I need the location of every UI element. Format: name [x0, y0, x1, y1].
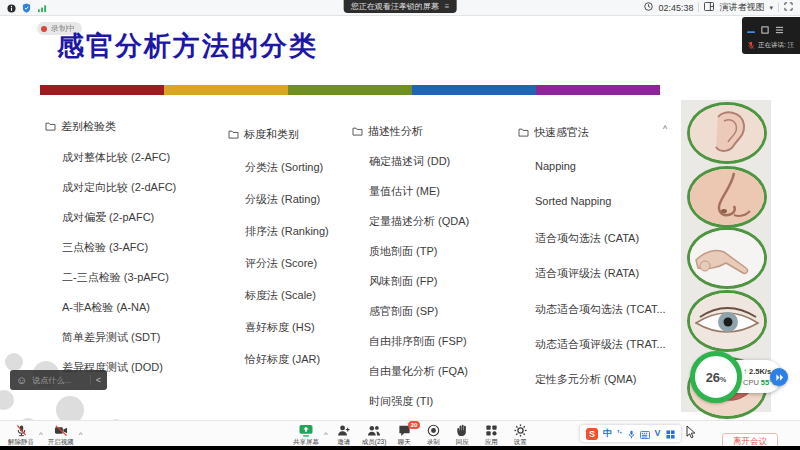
network-signal-icon[interactable]	[37, 0, 47, 17]
tree-item: 量值估计 (ME)	[369, 184, 469, 214]
tree-header-label: 标度和类别	[244, 127, 299, 142]
collapse-panel-icon[interactable]	[747, 20, 755, 38]
tree-column-1: 差别检验类成对整体比较 (2-AFC)成对定向比较 (2-dAFC)成对偏爱 (…	[45, 119, 116, 134]
toolbar-button-record[interactable]: 录制	[419, 422, 447, 447]
bar-segment-4	[412, 85, 536, 95]
bar-segment-3	[288, 85, 412, 95]
ear-image	[687, 102, 767, 164]
mouse-cursor	[686, 425, 698, 443]
toolbar-button-reaction[interactable]: 回应	[448, 422, 476, 447]
apps-icon	[485, 424, 498, 437]
tree-item: A-非A检验 (A-NA)	[62, 300, 176, 330]
toolbar-center-group: 共享屏幕^邀请成员(23)聊天20录制回应应用设置	[290, 422, 534, 447]
sogou-logo-icon[interactable]: S	[586, 428, 598, 440]
chevron-up-icon[interactable]: ^	[78, 430, 84, 439]
list-panel-icon[interactable]	[775, 20, 784, 38]
ime-keyboard-icon[interactable]	[640, 425, 650, 443]
chat-quick-input[interactable]: ☺ 说点什么... <	[10, 370, 107, 390]
emoji-icon[interactable]: ☺	[16, 375, 27, 386]
slide-title: 感官分析方法的分类	[57, 28, 318, 64]
tree-item: 自由排序剖面 (FSP)	[369, 334, 469, 364]
fullscreen-icon[interactable]	[784, 2, 793, 13]
meeting-timer: 02:45:38	[658, 3, 693, 13]
tree-item: 恰好标度 (JAR)	[245, 352, 329, 384]
recording-dot-icon	[41, 26, 47, 32]
ime-voice-icon[interactable]	[628, 425, 635, 443]
performance-widget[interactable]: ↑ 2.5K/s CPU 55°C 26 %	[688, 347, 790, 405]
view-mode-button[interactable]: 演讲者视图	[719, 1, 764, 14]
ime-grid-icon[interactable]	[666, 425, 675, 443]
folder-icon	[228, 129, 239, 141]
chevron-up-icon[interactable]: ^	[323, 430, 329, 439]
tree-item: 喜好标度 (HS)	[245, 320, 329, 352]
divider	[778, 3, 779, 12]
tree-item: 适合项勾选法 (CATA)	[535, 231, 666, 266]
tree-item: 排序法 (Ranking)	[245, 224, 329, 256]
toolbar-button-share-screen[interactable]: 共享屏幕	[290, 422, 322, 447]
divider	[698, 3, 699, 12]
tree-item: 评分法 (Score)	[245, 256, 329, 288]
tooltip-text: 您正在观看汪孝锁的屏幕	[351, 0, 439, 13]
speaking-status: 正在讲话: 汪	[758, 41, 794, 50]
tree-item: 成对偏爱 (2-pAFC)	[62, 210, 176, 240]
boost-button[interactable]	[770, 368, 788, 386]
toolbar-button-apps[interactable]: 应用	[477, 422, 505, 447]
collapse-chevron-icon[interactable]: ^	[663, 124, 667, 134]
tree-item: 动态适合项评级法 (TRAT...	[535, 337, 666, 372]
tree-column-header[interactable]: 快速感官法^	[518, 125, 589, 140]
tree-header-label: 快速感官法	[534, 125, 589, 140]
tree-item: Sorted Napping	[535, 195, 666, 230]
collapse-chat-icon[interactable]: <	[96, 375, 101, 385]
bar-segment-1	[40, 85, 164, 95]
tree-item: 标度法 (Scale)	[245, 288, 329, 320]
chat-placeholder[interactable]: 说点什么...	[32, 375, 71, 386]
menu-icon[interactable]: ≡	[445, 0, 450, 13]
tree-item: 成对定向比较 (2-dAFC)	[62, 180, 176, 210]
divider	[90, 375, 91, 385]
security-shield-icon[interactable]	[22, 0, 31, 17]
tree-column-header[interactable]: 描述性分析	[352, 124, 423, 139]
tree-item-list: NappingSorted Napping适合项勾选法 (CATA)适合项评级法…	[535, 160, 666, 408]
ime-language-toggle[interactable]: 中	[603, 429, 612, 438]
cpu-label: CPU	[743, 378, 759, 387]
restore-panel-icon[interactable]	[761, 20, 769, 38]
video-mini-panel[interactable]: 正在讲话: 汪	[742, 17, 800, 54]
ime-punctuation-icon[interactable]: ’·	[617, 429, 623, 438]
tree-column-header[interactable]: 差别检验类	[45, 119, 116, 134]
settings-icon	[514, 424, 527, 437]
percent-sign: %	[720, 376, 726, 383]
watching-screen-tooltip: 您正在观看汪孝锁的屏幕 ≡	[344, 0, 457, 13]
eye-image	[687, 290, 767, 352]
toolbar-button-invite[interactable]: 邀请	[330, 422, 358, 447]
tree-item: 确定描述词 (DD)	[369, 154, 469, 184]
mic-muted-icon	[15, 424, 28, 437]
chevron-up-icon[interactable]: ^	[38, 430, 44, 439]
tree-item: 定量描述分析 (QDA)	[369, 214, 469, 244]
ime-skin-icon[interactable]: V	[655, 429, 661, 438]
tree-item: Napping	[535, 160, 666, 195]
top-left-icons	[7, 0, 47, 17]
top-right-controls: 02:45:38 演讲者视图 ▾	[644, 0, 793, 15]
shared-screen-slide: 录制中 感官分析方法的分类 差别检验类成对整体比较 (2-AFC)成对定向比较 …	[0, 15, 800, 446]
toolbar-button-camera-off[interactable]: 开启视频	[45, 422, 77, 447]
window-bottom-edge	[0, 446, 800, 450]
tree-item: 自由量化分析 (FQA)	[369, 364, 469, 394]
tree-item: 动态适合项勾选法 (TCAT...	[535, 302, 666, 337]
toolbar-button-settings[interactable]: 设置	[506, 422, 534, 447]
toolbar-button-members[interactable]: 成员(23)	[359, 422, 390, 447]
info-icon[interactable]	[7, 0, 16, 17]
reaction-icon	[456, 424, 469, 437]
tree-item: 分类法 (Sorting)	[245, 160, 329, 192]
net-speed: 2.5K/s	[749, 367, 771, 376]
tree-item: 定性多元分析 (QMA)	[535, 372, 666, 407]
ime-toolbar[interactable]: S 中 ’· V	[580, 425, 681, 442]
tree-header-label: 描述性分析	[368, 124, 423, 139]
camera-off-icon	[54, 424, 68, 437]
toolbar-button-mic-muted[interactable]: 解除静音	[5, 422, 37, 447]
toolbar-button-chat[interactable]: 聊天20	[390, 422, 418, 447]
tree-item-list: 分类法 (Sorting)分级法 (Rating)排序法 (Ranking)评分…	[245, 160, 329, 384]
tree-item: 风味剖面 (FP)	[369, 274, 469, 304]
tree-column-header[interactable]: 标度和类别	[228, 127, 299, 142]
folder-icon	[45, 121, 56, 133]
tree-item-list: 确定描述词 (DD)量值估计 (ME)定量描述分析 (QDA)质地剖面 (TP)…	[369, 154, 469, 424]
